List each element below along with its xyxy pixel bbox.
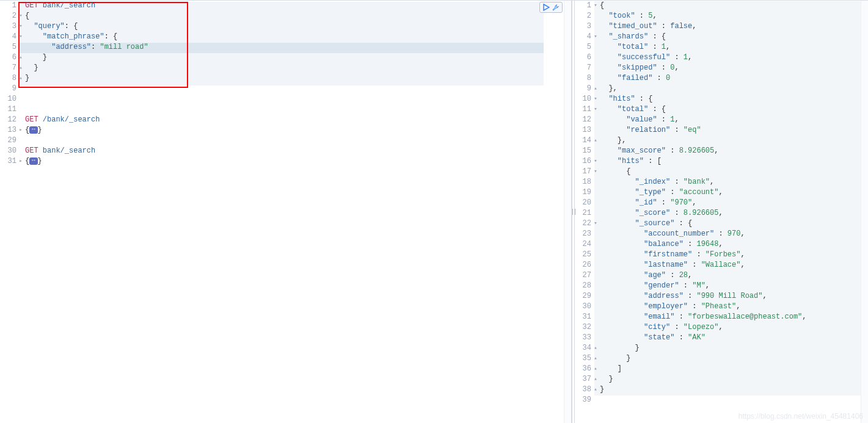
line-content[interactable]: "successful" : 1,: [599, 52, 692, 63]
code-line[interactable]: 28 "gender" : "M",: [575, 281, 868, 291]
code-line[interactable]: 34▴ }: [575, 343, 868, 353]
line-content[interactable]: "state" : "AK": [599, 333, 706, 343]
fold-close-icon[interactable]: ▴: [18, 63, 24, 73]
line-content[interactable]: "max_score" : 8.926605,: [599, 146, 718, 156]
fold-open-icon[interactable]: ▾: [18, 32, 24, 42]
line-content[interactable]: GET /bank/_search: [24, 115, 100, 125]
line-content[interactable]: "_id" : "970",: [599, 198, 696, 208]
response-code-area[interactable]: 1▾{2 "took" : 5,3 "timed_out" : false,4▾…: [575, 1, 868, 405]
fold-close-icon[interactable]: ▴: [18, 73, 24, 84]
code-line[interactable]: 5 "address": "mill road": [0, 42, 571, 52]
line-content[interactable]: "skipped" : 0,: [599, 63, 679, 73]
line-content[interactable]: {: [599, 167, 630, 177]
code-line[interactable]: 15 "max_score" : 8.926605,: [575, 146, 868, 156]
code-line[interactable]: 22▾ "_source" : {: [575, 219, 868, 229]
code-line[interactable]: 13▸{}: [0, 125, 571, 136]
code-line[interactable]: 17▾ {: [575, 167, 868, 177]
line-content[interactable]: "balance" : 19648,: [599, 239, 723, 250]
code-line[interactable]: 2▾{: [0, 11, 571, 21]
code-line[interactable]: 3 "timed_out" : false,: [575, 21, 868, 32]
line-content[interactable]: "_score" : 8.926605,: [599, 208, 723, 219]
code-line[interactable]: 29: [0, 136, 571, 146]
fold-close-icon[interactable]: ▴: [593, 374, 599, 385]
code-line[interactable]: 20 "_id" : "970",: [575, 198, 868, 208]
fold-open-icon[interactable]: ▾: [593, 32, 599, 42]
code-line[interactable]: 30GET bank/_search: [0, 146, 571, 156]
fold-open-icon[interactable]: ▾: [18, 21, 24, 32]
code-line[interactable]: 33 "state" : "AK": [575, 333, 868, 343]
code-line[interactable]: 4▾ "_shards" : {: [575, 32, 868, 42]
code-line[interactable]: 1▾{: [575, 1, 868, 11]
line-content[interactable]: "relation" : "eq": [599, 125, 701, 136]
fold-open-icon[interactable]: ▾: [593, 1, 599, 11]
line-content[interactable]: [24, 104, 25, 115]
line-content[interactable]: {: [599, 1, 604, 11]
code-line[interactable]: 8 "failed" : 0: [575, 73, 868, 84]
line-content[interactable]: "firstname" : "Forbes",: [599, 250, 745, 260]
request-editor-pane[interactable]: 1GET bank/_search2▾{3▾ "query": {4▾ "mat…: [0, 1, 572, 423]
fold-close-icon[interactable]: ▴: [18, 52, 24, 63]
line-content[interactable]: "_type" : "account",: [599, 187, 723, 198]
line-content[interactable]: "gender" : "M",: [599, 281, 710, 291]
line-content[interactable]: }: [24, 63, 38, 73]
fold-collapsed-icon[interactable]: ▸: [18, 125, 24, 136]
request-code-area[interactable]: 1GET bank/_search2▾{3▾ "query": {4▾ "mat…: [0, 1, 571, 167]
code-line[interactable]: 39: [575, 395, 868, 405]
line-content[interactable]: "address" : "990 Mill Road",: [599, 291, 767, 302]
line-content[interactable]: [24, 84, 25, 94]
code-line[interactable]: 12 "value" : 1,: [575, 115, 868, 125]
line-content[interactable]: "hits" : [: [599, 156, 662, 167]
fold-open-icon[interactable]: ▾: [593, 167, 599, 177]
line-content[interactable]: {}: [24, 125, 42, 136]
fold-close-icon[interactable]: ▴: [593, 343, 599, 353]
code-line[interactable]: 9▴ },: [575, 84, 868, 94]
line-content[interactable]: "lastname" : "Wallace",: [599, 260, 745, 270]
code-line[interactable]: 31 "email" : "forbeswallace@pheast.com",: [575, 312, 868, 322]
line-content[interactable]: },: [599, 84, 618, 94]
run-request-icon[interactable]: [542, 4, 550, 11]
fold-open-icon[interactable]: ▾: [593, 104, 599, 115]
code-line[interactable]: 24 "balance" : 19648,: [575, 239, 868, 250]
line-content[interactable]: "match_phrase": {: [24, 32, 117, 42]
code-line[interactable]: 35▴ }: [575, 353, 868, 364]
line-content[interactable]: "city" : "Lopezo",: [599, 322, 723, 333]
line-content[interactable]: }: [599, 385, 604, 395]
line-content[interactable]: "_source" : {: [599, 219, 692, 229]
line-content[interactable]: [599, 395, 600, 405]
code-line[interactable]: 26 "lastname" : "Wallace",: [575, 260, 868, 270]
fold-close-icon[interactable]: ▴: [593, 353, 599, 364]
line-content[interactable]: }: [599, 343, 640, 353]
fold-close-icon[interactable]: ▴: [593, 385, 599, 395]
code-line[interactable]: 6▴ }: [0, 52, 571, 63]
line-content[interactable]: "value" : 1,: [599, 115, 679, 125]
line-content[interactable]: },: [599, 136, 626, 146]
line-content[interactable]: "total" : 1,: [599, 42, 670, 52]
code-line[interactable]: 27 "age" : 28,: [575, 270, 868, 281]
code-line[interactable]: 16▾ "hits" : [: [575, 156, 868, 167]
line-content[interactable]: ]: [599, 364, 622, 374]
code-line[interactable]: 7▴ }: [0, 63, 571, 73]
line-content[interactable]: "timed_out" : false,: [599, 21, 696, 32]
code-line[interactable]: 18 "_index" : "bank",: [575, 177, 868, 187]
code-line[interactable]: 25 "firstname" : "Forbes",: [575, 250, 868, 260]
line-content[interactable]: "query": {: [24, 21, 78, 32]
line-content[interactable]: "total" : {: [599, 104, 666, 115]
code-line[interactable]: 4▾ "match_phrase": {: [0, 32, 571, 42]
code-line[interactable]: 11: [0, 104, 571, 115]
code-line[interactable]: 8▴}: [0, 73, 571, 84]
line-content[interactable]: [24, 94, 25, 104]
code-line[interactable]: 29 "address" : "990 Mill Road",: [575, 291, 868, 302]
line-content[interactable]: }: [599, 353, 630, 364]
code-line[interactable]: 37▴ }: [575, 374, 868, 385]
fold-open-icon[interactable]: ▾: [593, 219, 599, 229]
code-line[interactable]: 23 "account_number" : 970,: [575, 229, 868, 239]
line-content[interactable]: [24, 136, 25, 146]
line-content[interactable]: }: [24, 52, 47, 63]
line-content[interactable]: GET bank/_search: [24, 146, 95, 156]
wrench-settings-icon[interactable]: [552, 4, 560, 11]
line-content[interactable]: }: [24, 73, 29, 84]
code-line[interactable]: 2 "took" : 5,: [575, 11, 868, 21]
fold-close-icon[interactable]: ▴: [593, 364, 599, 374]
collapsed-fold-badge[interactable]: [29, 126, 37, 134]
fold-collapsed-icon[interactable]: ▸: [18, 156, 24, 167]
